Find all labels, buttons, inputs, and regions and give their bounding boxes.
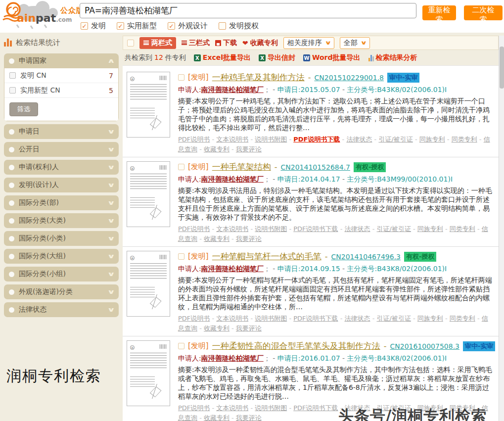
- checkbox-icon[interactable]: ✓: [117, 22, 124, 30]
- chevron-down-icon[interactable]: ∨: [107, 164, 116, 171]
- search-input[interactable]: [80, 3, 416, 18]
- applicant-link[interactable]: 南浔善琏松柏湖笔厂: [201, 265, 264, 273]
- panel-header[interactable]: 国际分类(小类) ∨: [4, 231, 119, 246]
- result-checkbox[interactable]: [178, 164, 184, 170]
- panel-header[interactable]: 国际分类(大类) ∨: [4, 213, 119, 228]
- chevron-down-icon[interactable]: ∨: [107, 306, 116, 313]
- chevron-down-icon[interactable]: ∨: [107, 217, 116, 224]
- panel-header[interactable]: 国际分类(大组) ∨: [4, 249, 119, 264]
- patent-thumbnail[interactable]: ⊕: [127, 161, 170, 227]
- patent-doc-link[interactable]: 引证/被引证: [377, 225, 411, 233]
- re-search-button[interactable]: 重新检索: [422, 5, 456, 20]
- patent-doc-link[interactable]: 说明书附图: [255, 225, 287, 233]
- patent-number-link[interactable]: CN201410467496.3: [331, 253, 401, 261]
- patent-type-filter[interactable]: ✓ 实用新型: [117, 21, 157, 31]
- patent-doc-link[interactable]: 我要评论: [236, 145, 262, 153]
- panel-header[interactable]: 外观(洛迦诺)分类 ∨: [4, 284, 119, 299]
- patent-doc-link[interactable]: 文本说明书: [216, 136, 248, 143]
- patent-doc-link[interactable]: PDF说明书下载: [293, 315, 338, 322]
- chevron-down-icon[interactable]: ∨: [107, 182, 116, 188]
- patent-doc-link[interactable]: 法律状态: [345, 225, 370, 233]
- envelope-export-link[interactable]: X 导出信封: [259, 53, 295, 62]
- sort-order-select[interactable]: 相关度排序 ∨: [283, 37, 334, 49]
- chevron-down-icon[interactable]: ∨: [107, 271, 116, 278]
- panel-header[interactable]: 公开日 ∨: [4, 142, 119, 157]
- chevron-down-icon[interactable]: ∨: [107, 253, 116, 260]
- checkbox-icon[interactable]: ✓: [81, 22, 88, 30]
- scope-select[interactable]: 全部 ∨: [340, 37, 370, 49]
- patent-title-link[interactable]: 一种笔帽与笔杆一体式的毛笔: [212, 251, 321, 262]
- checkbox-icon[interactable]: [9, 72, 16, 79]
- result-analysis-link[interactable]: 检索结果分析: [368, 53, 417, 62]
- patent-doc-link[interactable]: 法律状态: [345, 315, 370, 322]
- panel-header[interactable]: 国际分类(小组) ∨: [4, 267, 119, 281]
- patent-doc-link[interactable]: 引证/被引证: [378, 136, 412, 143]
- panel-header[interactable]: 申请(权利)人 ∨: [4, 160, 119, 175]
- patent-doc-link[interactable]: 同类专利: [450, 315, 475, 322]
- patent-number-link[interactable]: CN201610007508.3: [390, 342, 460, 350]
- patent-doc-link[interactable]: 文本说明书: [216, 315, 248, 322]
- applicant-link[interactable]: 南浔善琏松柏湖笔厂: [201, 175, 264, 183]
- patent-doc-link[interactable]: 我要评论: [236, 235, 262, 242]
- patent-doc-link[interactable]: 我要评论: [236, 414, 262, 421]
- chevron-down-icon[interactable]: ∨: [107, 288, 116, 295]
- checkbox-icon[interactable]: [9, 87, 16, 94]
- patent-doc-link[interactable]: 说明书附图: [255, 136, 287, 143]
- chevron-down-icon[interactable]: ∨: [107, 199, 116, 206]
- patent-doc-link[interactable]: PDF说明书下载: [293, 225, 338, 233]
- patent-doc-link[interactable]: 同族专利: [417, 315, 443, 322]
- patent-type-filter[interactable]: ✓ 发明: [81, 21, 106, 31]
- patent-doc-link[interactable]: 收藏专利: [204, 414, 229, 421]
- chevron-down-icon[interactable]: ∨: [107, 128, 116, 135]
- patent-doc-link[interactable]: 同类专利: [452, 136, 477, 143]
- result-checkbox[interactable]: [178, 74, 184, 81]
- patent-doc-link[interactable]: 文本说明书: [216, 225, 248, 233]
- patent-doc-link[interactable]: 法律状态: [346, 136, 372, 143]
- result-checkbox[interactable]: [178, 253, 184, 260]
- filter-apply-button[interactable]: 筛选: [9, 102, 38, 116]
- patent-doc-link[interactable]: 我要评论: [236, 325, 262, 332]
- panel-header[interactable]: 申请日 ∨: [4, 124, 119, 139]
- patent-doc-link[interactable]: 文本说明书: [216, 404, 248, 412]
- secondary-search-button[interactable]: 二次检索: [464, 5, 503, 20]
- scrollbar-thumb[interactable]: [500, 47, 504, 89]
- stat-row[interactable]: 发明 CN 7: [4, 68, 118, 83]
- patent-doc-link[interactable]: PDF说明书: [178, 225, 210, 233]
- panel-header[interactable]: 法律状态 ∨: [4, 302, 119, 317]
- patent-doc-link[interactable]: PDF说明书下载: [293, 404, 338, 412]
- stat-row[interactable]: 实用新型 CN 5: [4, 83, 118, 98]
- patent-type-filter[interactable]: ✓ 外观设计: [168, 21, 208, 31]
- patent-number-link[interactable]: CN201410152684.7: [281, 163, 351, 171]
- patent-type-filter[interactable]: 发明授权: [219, 21, 259, 31]
- patent-title-link[interactable]: 一种鸡毛笔及其制作方法: [212, 72, 305, 83]
- patent-doc-link[interactable]: 同族专利: [417, 225, 443, 233]
- patent-thumbnail[interactable]: ⊕: [127, 251, 170, 317]
- patent-doc-link[interactable]: 收藏专利: [204, 145, 229, 153]
- patent-doc-link[interactable]: PDF说明书下载: [293, 136, 340, 143]
- select-all-checkbox[interactable]: [127, 40, 134, 47]
- patent-thumbnail[interactable]: ⊕: [127, 340, 170, 406]
- two-column-view-button[interactable]: 两栏式: [139, 37, 176, 49]
- patent-doc-link[interactable]: 收藏专利: [204, 325, 229, 332]
- patent-doc-link[interactable]: 同类专利: [450, 225, 475, 233]
- patent-doc-link[interactable]: 同族专利: [419, 136, 445, 143]
- applicant-link[interactable]: 南浔善琏松柏湖笔厂: [201, 86, 264, 94]
- excel-export-link[interactable]: X Excel批量导出: [194, 53, 251, 62]
- checkbox-icon[interactable]: ✓: [168, 22, 175, 30]
- checkbox-icon[interactable]: [219, 22, 226, 30]
- patent-title-link[interactable]: 一种毛笔架结构: [212, 161, 271, 173]
- panel-header[interactable]: 发明(设计)人 ∨: [4, 178, 119, 192]
- panel-header[interactable]: 国际分类(部) ∨: [4, 195, 119, 210]
- chevron-down-icon[interactable]: ∨: [107, 235, 116, 242]
- patent-doc-link[interactable]: PDF说明书: [178, 404, 210, 412]
- chevron-up-icon[interactable]: ∧: [107, 57, 116, 64]
- patent-doc-link[interactable]: PDF说明书: [178, 136, 210, 143]
- chevron-down-icon[interactable]: ∨: [107, 146, 116, 153]
- patent-doc-link[interactable]: 说明书附图: [255, 404, 287, 412]
- word-export-link[interactable]: W Word批量导出: [303, 53, 361, 62]
- patent-doc-link[interactable]: 说明书附图: [255, 315, 287, 322]
- download-button[interactable]: 下载: [215, 39, 237, 47]
- patent-title-link[interactable]: 一种柔韧性高的混合型毛笔笔头及其制作方法: [212, 340, 380, 352]
- applicant-link[interactable]: 南浔善琏松柏湖笔厂: [201, 354, 264, 362]
- favorite-patents-button[interactable]: ❤ 收藏专利: [242, 39, 278, 47]
